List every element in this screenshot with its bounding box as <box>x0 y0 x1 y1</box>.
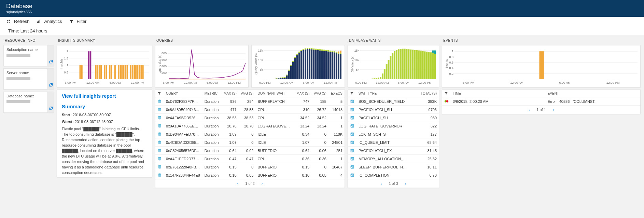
open-link-icon[interactable] <box>47 92 54 112</box>
page-header: Database sqlanalytics356 <box>0 0 644 17</box>
svg-rect-55 <box>276 79 277 79</box>
table-row[interactable]: 0xD904A4FED700...Duration1.890IDLE0.3401… <box>155 130 345 138</box>
resource-database[interactable]: Database name: <box>3 92 54 113</box>
filter-button[interactable]: Filter <box>69 19 87 24</box>
svg-text:0.6: 0.6 <box>449 61 453 64</box>
svg-rect-66 <box>286 75 288 76</box>
table-row[interactable]: IO_QUEUE_LIMIT68.64 <box>348 138 439 147</box>
query-dur-chart[interactable]: 200400600800Query dur. (s)6:00 PM12:00 A… <box>155 45 249 87</box>
svg-rect-90 <box>311 48 312 49</box>
svg-rect-141 <box>378 78 379 79</box>
table-row[interactable]: 0xA4E1FFD2D77C...Duration0.470.47CPU0.36… <box>155 155 345 163</box>
svg-rect-95 <box>317 50 319 80</box>
svg-rect-70 <box>290 65 292 66</box>
svg-rect-193 <box>351 142 352 144</box>
svg-rect-59 <box>280 78 281 79</box>
prev-page[interactable]: ‹ <box>529 108 530 112</box>
redacted-value <box>6 54 30 57</box>
time-range[interactable]: Time: Last 24 hours <box>0 26 644 36</box>
svg-rect-164 <box>424 51 426 79</box>
events-chart[interactable]: 0.20.40.60.81Events6:00 PM12:00 AM6:00 A… <box>442 45 641 87</box>
query-waits-chart[interactable]: 5k10k15kQuery Waits (s)6:00 PM12:00 AM6:… <box>251 45 345 87</box>
svg-rect-29 <box>125 65 126 79</box>
svg-rect-206 <box>352 166 353 168</box>
database-label: Database name: <box>6 94 45 98</box>
table-row[interactable]: 0xE761222848FB8DDuration0.150BUFFERIO0.1… <box>155 163 345 171</box>
insights-chart[interactable]: 0.511.52Insights6:00 PM12:00 AM6:00 AM12… <box>57 45 152 87</box>
svg-rect-34 <box>135 65 137 79</box>
open-link-icon[interactable] <box>47 45 54 66</box>
table-row[interactable]: 0x8A480B040746...Duration47728.53CPU3102… <box>155 106 345 114</box>
next-page[interactable]: › <box>405 181 406 186</box>
table-row[interactable]: 0xC824056576DF...Duration0.640.02BUFFERI… <box>155 147 345 155</box>
svg-rect-223 <box>539 51 544 79</box>
svg-rect-104 <box>325 50 327 51</box>
subscription-label: Subscription name: <box>6 47 45 52</box>
table-row[interactable]: SOS_SCHEDULER_YIELD383K <box>348 97 439 106</box>
svg-text:15k: 15k <box>258 49 263 52</box>
svg-rect-183 <box>353 117 353 119</box>
table-row[interactable]: 0xD762F283F7FBF5Duration936284BUFFERLATC… <box>155 97 345 106</box>
table-row[interactable]: 3/6/2018, 2:00:20 AMError - 40536 - 'COL… <box>442 97 640 106</box>
svg-rect-103 <box>325 51 327 79</box>
table-row[interactable]: 0x4CBDAD32D85...Duration1.070IDLE1.07024… <box>155 138 345 147</box>
svg-rect-102 <box>323 50 325 51</box>
resource-subscription[interactable]: Subscription name: <box>3 45 54 66</box>
svg-text:Insights: Insights <box>60 58 63 69</box>
table-row[interactable]: 0x147F23844F44E8Duration0.100.05BUFFERIO… <box>155 171 345 179</box>
svg-rect-2 <box>39 19 40 23</box>
svg-rect-76 <box>296 54 298 55</box>
table-row[interactable]: 0x4AFA9BDD526...Duration38.5338.53CPU34.… <box>155 114 345 122</box>
table-row[interactable]: PAGELATCH_SH939 <box>348 114 439 122</box>
server-label: Server name: <box>6 71 45 75</box>
table-row[interactable]: IO_COMPLETION6.70 <box>348 171 439 179</box>
svg-rect-25 <box>118 65 119 79</box>
next-page[interactable]: › <box>553 108 554 112</box>
svg-rect-190 <box>352 133 353 135</box>
svg-rect-33 <box>134 65 135 79</box>
svg-rect-197 <box>351 151 352 152</box>
analytics-button[interactable]: Analytics <box>37 19 62 24</box>
svg-rect-181 <box>351 118 352 119</box>
table-row[interactable]: MEMORY_ALLOCATION_EXT25.32 <box>348 155 439 163</box>
svg-rect-78 <box>298 52 300 53</box>
refresh-button[interactable]: Refresh <box>6 19 30 24</box>
prev-page[interactable]: ‹ <box>237 181 239 186</box>
table-row[interactable]: LCK_M_SCH_S177 <box>348 130 439 138</box>
table-row[interactable]: LOG_RATE_GOVERNOR322 <box>348 122 439 130</box>
svg-rect-155 <box>406 49 408 79</box>
svg-rect-101 <box>323 51 325 79</box>
svg-text:10k: 10k <box>354 58 359 62</box>
svg-rect-58 <box>278 78 279 78</box>
svg-text:400: 400 <box>162 65 167 68</box>
svg-text:Events: Events <box>445 59 448 69</box>
next-page[interactable]: › <box>262 181 263 186</box>
prev-page[interactable]: ‹ <box>381 181 382 186</box>
svg-rect-38 <box>142 65 144 79</box>
svg-rect-156 <box>408 49 410 79</box>
view-full-report-link[interactable]: View full insights report <box>62 93 116 99</box>
svg-rect-182 <box>352 117 353 119</box>
resource-server[interactable]: Server name: <box>3 68 54 90</box>
db-waits-chart[interactable]: 5k10k15kDb Waits (s)6:00 PM12:00 AM6:00 … <box>348 45 439 87</box>
open-link-icon[interactable] <box>47 69 54 89</box>
svg-rect-86 <box>307 48 308 49</box>
svg-rect-169 <box>432 51 434 53</box>
svg-rect-74 <box>294 57 296 58</box>
svg-text:0.5: 0.5 <box>64 71 68 74</box>
svg-rect-18 <box>99 65 100 79</box>
svg-rect-146 <box>388 60 390 79</box>
svg-rect-107 <box>330 52 331 79</box>
table-row[interactable]: 0x9A10A7736EED...Duration20.7020.70LOGRA… <box>155 122 345 130</box>
svg-rect-65 <box>286 76 288 79</box>
svg-rect-73 <box>294 58 296 79</box>
queries-pager: ‹1 of 2› <box>155 179 345 188</box>
svg-rect-35 <box>137 65 138 79</box>
refresh-icon <box>6 19 11 24</box>
table-row[interactable]: PAGEIOLATCH_EX31.45 <box>348 147 439 155</box>
section-waits: DATABASE WAITS <box>348 38 439 43</box>
svg-rect-81 <box>303 50 304 80</box>
svg-rect-0 <box>37 22 38 23</box>
table-row[interactable]: PAGEIOLATCH_SH9706 <box>348 106 439 114</box>
table-row[interactable]: SLEEP_BUFFERPOOL_HELPLW10.11 <box>348 163 439 171</box>
